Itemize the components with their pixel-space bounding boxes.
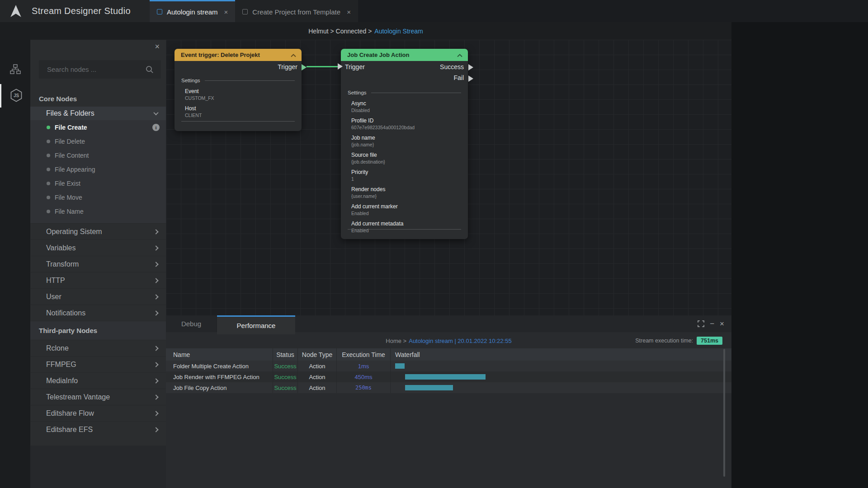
node-dot-icon <box>47 154 50 157</box>
chevron-right-icon <box>153 310 158 315</box>
settings-label: Settings <box>348 90 367 95</box>
execution-time-badge: 751ms <box>697 337 722 345</box>
column-header-waterfall: Waterfall <box>391 348 731 361</box>
group-row-editshare-efs[interactable]: Editshare EFS <box>30 421 166 437</box>
chevron-right-icon <box>153 378 158 383</box>
breadcrumb: Helmut > Connected > Autologin Stream <box>0 22 731 40</box>
group-row-user[interactable]: User <box>30 288 166 305</box>
waterfall-bar <box>395 363 405 369</box>
collapse-chevron-icon[interactable] <box>457 54 462 59</box>
node-item-file-exist[interactable]: File Exist <box>30 176 166 190</box>
breadcrumb-path: Helmut > Connected > <box>308 28 372 35</box>
expand-panel-icon[interactable] <box>698 320 704 327</box>
node-item-label: File Delete <box>55 138 85 145</box>
chevron-right-icon <box>153 411 158 416</box>
wire-arrowhead-icon <box>338 63 343 70</box>
panel-breadcrumb-current-link[interactable]: Autologin stream | 20.01.2022 10:22:55 <box>409 338 511 344</box>
chevron-right-icon <box>153 346 158 351</box>
node-field-job-name: Job name {job.name} <box>341 135 468 148</box>
group-row-files-folders[interactable]: Files & Folders <box>30 107 166 120</box>
group-row-rclone[interactable]: Rclone <box>30 340 166 356</box>
search-input[interactable] <box>39 60 161 79</box>
tab-performance[interactable]: Performance <box>217 315 295 334</box>
status-badge: Success <box>273 371 298 382</box>
node-dot-icon <box>47 182 50 185</box>
column-header-execution-time: Execution Time <box>337 348 391 361</box>
chevron-right-icon <box>153 427 158 432</box>
field-label: Host <box>185 105 302 112</box>
node-field-add-current-marker: Add current marker Enabled <box>341 203 468 216</box>
node-header[interactable]: Event trigger: Delete Projekt <box>175 49 302 61</box>
output-port-fail[interactable]: Fail <box>453 74 464 81</box>
chevron-right-icon <box>153 245 158 250</box>
group-row-notifications[interactable]: Notifications <box>30 305 166 321</box>
chevron-down-icon <box>153 110 158 115</box>
minimize-panel-icon[interactable]: − <box>710 320 714 328</box>
search-icon <box>145 65 154 74</box>
connection-wire[interactable] <box>307 66 338 67</box>
node-item-file-delete[interactable]: File Delete <box>30 134 166 148</box>
group-label: Notifications <box>46 309 85 317</box>
group-row-http[interactable]: HTTP <box>30 272 166 288</box>
node-dot-icon <box>47 196 50 199</box>
node-job-create-job-action[interactable]: Job Create Job Action Trigger Success Fa… <box>341 49 468 239</box>
field-label: Async <box>351 100 468 107</box>
node-item-file-create[interactable]: File Create i <box>30 120 166 134</box>
group-row-transform[interactable]: Transform <box>30 256 166 272</box>
close-panel-icon[interactable]: × <box>720 320 724 328</box>
tab-label: Autologin stream <box>167 8 218 16</box>
group-row-ffmpeg[interactable]: FFMPEG <box>30 356 166 372</box>
svg-text:JS: JS <box>14 93 19 98</box>
field-label: Add current metadata <box>351 221 468 227</box>
node-dot-icon <box>47 140 50 143</box>
group-row-telestream-vantage[interactable]: Telestream Vantage <box>30 389 166 405</box>
rail-active-indicator <box>0 84 1 108</box>
node-divider <box>181 121 295 122</box>
node-item-file-appearing[interactable]: File Appearing <box>30 162 166 176</box>
node-item-file-name[interactable]: File Name <box>30 204 166 218</box>
node-item-file-move[interactable]: File Move <box>30 190 166 204</box>
group-files-folders-expanded: Files & Folders File Create i File Delet… <box>30 107 166 223</box>
group-row-editshare-flow[interactable]: Editshare Flow <box>30 405 166 421</box>
node-item-label: File Create <box>55 124 87 131</box>
js-nodes-icon[interactable]: JS <box>10 89 23 102</box>
tab-create-project[interactable]: Create Project from Template × <box>235 0 358 22</box>
tab-debug[interactable]: Debug <box>166 315 217 332</box>
group-row-mediainfo[interactable]: MediaInfo <box>30 372 166 389</box>
breadcrumb-current-link[interactable]: Autologin Stream <box>374 28 423 35</box>
group-label: FFMPEG <box>46 361 76 369</box>
sidebar-footer-area <box>30 446 166 488</box>
node-event-trigger-delete-projekt[interactable]: Event trigger: Delete Projekt Trigger Se… <box>175 49 302 131</box>
table-row: Folder Multiple Create Action Success Ac… <box>166 361 731 371</box>
success-port-arrow-icon[interactable] <box>468 64 473 70</box>
panel-scrollbar[interactable] <box>723 349 725 477</box>
node-field-profile-id: Profile ID 607e7e9823354a000120bdad <box>341 117 468 131</box>
collapse-chevron-icon[interactable] <box>291 54 296 59</box>
info-icon[interactable]: i <box>152 124 160 131</box>
field-label: Add current marker <box>351 203 468 210</box>
node-field-render-nodes: Render nodes {user.name} <box>341 186 468 199</box>
node-library-sidebar: × Core Nodes Files & Folders File Create… <box>30 40 166 488</box>
node-item-file-content[interactable]: File Content <box>30 148 166 162</box>
tab-autologin-stream[interactable]: Autologin stream × <box>150 0 235 22</box>
tab-close-icon[interactable]: × <box>347 9 351 15</box>
section-header-core-nodes: Core Nodes <box>30 90 166 107</box>
status-badge: Success <box>273 382 298 393</box>
node-header[interactable]: Job Create Job Action <box>341 49 468 61</box>
flowchart-icon[interactable] <box>10 64 21 74</box>
group-label: Telestream Vantage <box>46 393 110 401</box>
input-port-trigger[interactable]: Trigger <box>345 63 365 70</box>
output-port-trigger[interactable]: Trigger <box>278 63 297 70</box>
tab-close-icon[interactable]: × <box>224 9 228 15</box>
group-label: MediaInfo <box>46 377 78 385</box>
fail-port-arrow-icon[interactable] <box>468 75 473 82</box>
node-title: Event trigger: Delete Projekt <box>181 52 260 58</box>
sidebar-close-icon[interactable]: × <box>155 42 160 51</box>
field-label: Priority <box>351 169 468 176</box>
group-row-operating-sistem[interactable]: Operating Sistem <box>30 223 166 239</box>
output-port-arrow-icon[interactable] <box>302 64 307 70</box>
canvas-void-area <box>731 22 868 488</box>
panel-breadcrumb-home[interactable]: Home > <box>386 338 406 344</box>
group-row-variables[interactable]: Variables <box>30 239 166 256</box>
output-port-success[interactable]: Success <box>440 63 464 70</box>
